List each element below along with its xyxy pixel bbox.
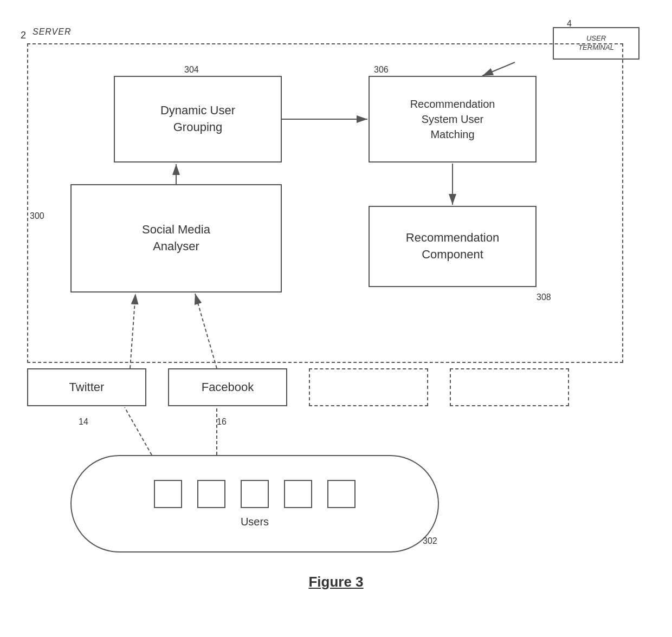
dynamic-grouping-box: Dynamic UserGrouping bbox=[114, 76, 282, 162]
platform-box-4 bbox=[450, 368, 569, 406]
ref-302: 302 bbox=[423, 536, 437, 546]
users-oval: Users bbox=[70, 455, 439, 552]
twitter-box: Twitter bbox=[27, 368, 146, 406]
platform-box-3 bbox=[309, 368, 428, 406]
figure-label: Figure 3 bbox=[308, 574, 363, 590]
rec-component-label: RecommendationComponent bbox=[406, 230, 499, 263]
user-icon-1 bbox=[154, 480, 182, 508]
social-analyser-label: Social MediaAnalyser bbox=[142, 222, 210, 255]
facebook-label: Facebook bbox=[202, 380, 254, 394]
server-label: SERVER bbox=[33, 27, 72, 37]
ref-304: 304 bbox=[184, 65, 199, 75]
ref-300: 300 bbox=[30, 211, 44, 221]
diagram-container: SERVER 2 USERTERMINAL 4 Dynamic UserGrou… bbox=[16, 11, 656, 607]
user-terminal-box: USERTERMINAL bbox=[553, 27, 639, 60]
ref-14: 14 bbox=[79, 417, 88, 427]
user-terminal-label: USERTERMINAL bbox=[578, 34, 614, 53]
rec-component-box: RecommendationComponent bbox=[369, 206, 537, 287]
user-icon-2 bbox=[197, 480, 225, 508]
ref-308: 308 bbox=[537, 292, 551, 302]
dynamic-grouping-label: Dynamic UserGrouping bbox=[160, 102, 235, 136]
svg-line-8 bbox=[125, 407, 152, 455]
server-ref: 2 bbox=[21, 30, 26, 41]
rec-matching-box: RecommendationSystem UserMatching bbox=[369, 76, 537, 162]
users-icons-row bbox=[154, 480, 356, 508]
social-analyser-box: Social MediaAnalyser bbox=[70, 184, 282, 292]
facebook-box: Facebook bbox=[168, 368, 287, 406]
rec-matching-label: RecommendationSystem UserMatching bbox=[410, 96, 495, 142]
ref-4: 4 bbox=[567, 19, 572, 29]
users-label: Users bbox=[241, 516, 269, 528]
ref-306: 306 bbox=[374, 65, 389, 75]
ref-16: 16 bbox=[217, 417, 227, 427]
user-icon-5 bbox=[327, 480, 356, 508]
user-icon-4 bbox=[284, 480, 312, 508]
platforms-row: Twitter Facebook bbox=[27, 368, 623, 406]
twitter-label: Twitter bbox=[69, 380, 105, 394]
user-icon-3 bbox=[241, 480, 269, 508]
